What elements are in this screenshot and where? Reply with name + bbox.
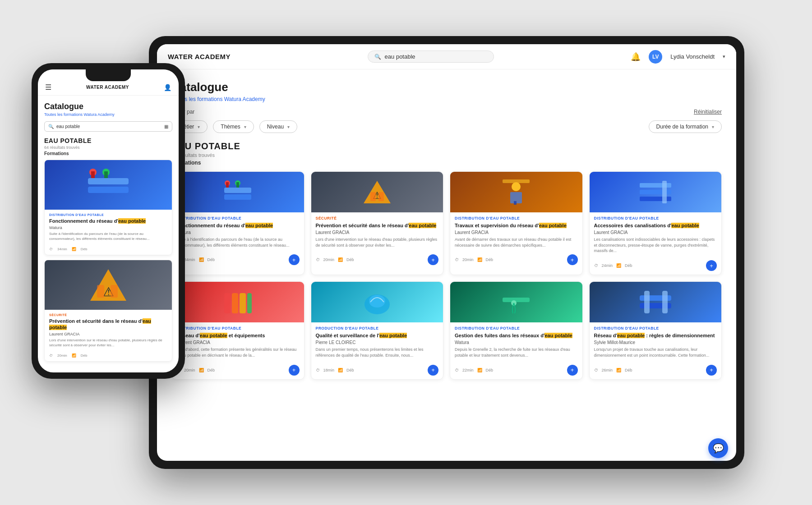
chat-bubble-button[interactable]: 💬 bbox=[708, 438, 728, 458]
table-row[interactable]: DISTRIBUTION D'EAU POTABLE Réseau d'eau … bbox=[589, 281, 722, 379]
card-meta: ⏱24min 📶Déb bbox=[594, 263, 632, 268]
add-to-list-button[interactable]: + bbox=[289, 365, 300, 376]
chevron-down-icon: ▾ bbox=[723, 54, 725, 60]
card-title: Fonctionnement du réseau d'eau potable bbox=[176, 222, 300, 229]
card-footer: ⏱34min 📶Déb + bbox=[172, 254, 304, 269]
tablet-logo: WATER ACADEMY bbox=[168, 53, 231, 60]
phone-card-category: DISTRIBUTION D'EAU POTABLE bbox=[49, 213, 167, 216]
table-row[interactable]: DISTRIBUTION D'EAU POTABLE Fonctionnemen… bbox=[171, 171, 304, 275]
user-avatar: LV bbox=[649, 50, 662, 64]
card-title: Prévention et sécurité dans le réseau d'… bbox=[316, 222, 439, 229]
level-icon: 📶 bbox=[72, 354, 76, 358]
card-image-2: ⚠ bbox=[311, 172, 443, 212]
table-row[interactable]: ⚠ SÉCURITÉ Prévention et sécurité dans l… bbox=[311, 171, 444, 275]
svg-rect-21 bbox=[247, 293, 252, 313]
card-meta: ⏱22min 📶Déb bbox=[455, 368, 493, 372]
phone-card-image-2: ⚠ bbox=[45, 260, 172, 310]
reinitialiser-button[interactable]: Réinitialiser bbox=[694, 109, 722, 115]
svg-rect-28 bbox=[644, 291, 650, 313]
list-item[interactable]: DISTRIBUTION D'EAU POTABLE Fonctionnemen… bbox=[44, 160, 172, 255]
phone-search-bar[interactable]: 🔍 ▦ bbox=[44, 121, 172, 132]
bell-icon[interactable]: 🔔 bbox=[631, 52, 641, 62]
cards-grid-row1: DISTRIBUTION D'EAU POTABLE Fonctionnemen… bbox=[171, 171, 722, 275]
table-row[interactable]: DISTRIBUTION D'EAU POTABLE Réseau d'eau … bbox=[171, 281, 304, 379]
svg-rect-29 bbox=[662, 291, 668, 313]
phone-card-footer: ⏱34min 📶Déb bbox=[45, 245, 172, 255]
card-image-4 bbox=[590, 172, 722, 212]
tablet-device: WATER ACADEMY 🔍 🔔 LV Lydia Vonscheldt ▾ … bbox=[149, 36, 744, 469]
card-author: Watura bbox=[176, 230, 300, 235]
phone-filter-icon[interactable]: ▦ bbox=[164, 124, 168, 129]
card-category: DISTRIBUTION D'EAU POTABLE bbox=[176, 326, 300, 331]
table-row[interactable]: DISTRIBUTION D'EAU POTABLE Travaux et su… bbox=[450, 171, 583, 275]
phone-logo: WATER ACADEMY bbox=[86, 85, 129, 90]
filter-niveau[interactable]: Niveau ▾ bbox=[259, 120, 297, 133]
tablet-search-input[interactable] bbox=[385, 53, 487, 60]
add-to-list-button[interactable]: + bbox=[428, 365, 438, 376]
clock-icon: ⏱ bbox=[455, 257, 459, 262]
add-to-list-button[interactable]: + bbox=[428, 254, 438, 265]
card-author: Sylvie Millot-Maurice bbox=[594, 340, 717, 345]
svg-rect-3 bbox=[226, 182, 229, 188]
table-row[interactable]: DISTRIBUTION D'EAU POTABLE Accessoires d… bbox=[589, 171, 722, 275]
tablet-content: Catalogue Toutes les formations Watura A… bbox=[157, 69, 736, 461]
add-to-list-button[interactable]: + bbox=[706, 365, 717, 376]
results-count: 64 résultats trouvés bbox=[171, 152, 722, 158]
card-desc: Lorsqu'un projet de travaux touche aux c… bbox=[594, 347, 717, 358]
card-title: Accessoires des canalisations d'eau pota… bbox=[594, 222, 717, 229]
card-author: Pierre LE CLOIREC bbox=[316, 340, 439, 345]
filter-row: Filtrer par Réinitialiser bbox=[171, 109, 722, 115]
add-to-list-button[interactable]: + bbox=[567, 254, 578, 265]
svg-rect-18 bbox=[224, 293, 231, 313]
add-to-list-button[interactable]: + bbox=[706, 260, 717, 271]
level-icon: 📶 bbox=[477, 368, 482, 372]
formations-label: Formations bbox=[171, 160, 722, 166]
card-category: DISTRIBUTION D'EAU POTABLE bbox=[594, 326, 717, 331]
level-icon: 📶 bbox=[72, 247, 76, 251]
svg-rect-1 bbox=[224, 194, 251, 200]
card-desc: Les canalisations sont indissociables de… bbox=[594, 237, 717, 254]
tablet-header: WATER ACADEMY 🔍 🔔 LV Lydia Vonscheldt ▾ bbox=[157, 44, 736, 69]
card-title: Gestion des fuites dans les réseaux d'ea… bbox=[455, 332, 578, 339]
phone-card-body: SÉCURITÉ Prévention et sécurité dans le … bbox=[45, 310, 172, 352]
phone-catalogue-subtitle: Toutes les formations Watura Academy bbox=[44, 112, 172, 117]
card-meta: ⏱26min 📶Déb bbox=[594, 368, 632, 372]
level-icon: 📶 bbox=[477, 257, 482, 262]
hamburger-icon[interactable]: ☰ bbox=[45, 83, 51, 92]
add-to-list-button[interactable]: + bbox=[289, 254, 300, 265]
chevron-down-icon: ▾ bbox=[244, 124, 246, 129]
phone-content: Catalogue Toutes les formations Watura A… bbox=[38, 96, 179, 372]
svg-rect-11 bbox=[503, 179, 530, 183]
add-to-list-button[interactable]: + bbox=[567, 365, 578, 376]
level-icon: 📶 bbox=[338, 368, 343, 372]
card-image-7 bbox=[450, 282, 582, 322]
table-row[interactable]: DISTRIBUTION D'EAU POTABLE Gestion des f… bbox=[450, 281, 583, 379]
phone-user-icon[interactable]: 👤 bbox=[164, 84, 171, 91]
svg-rect-31 bbox=[88, 187, 129, 193]
card-meta: ⏱18min 📶Déb bbox=[316, 368, 354, 372]
cards-grid-row2: DISTRIBUTION D'EAU POTABLE Réseau d'eau … bbox=[171, 281, 722, 379]
tablet-search-icon: 🔍 bbox=[374, 54, 381, 60]
tablet-search-bar[interactable]: 🔍 bbox=[368, 50, 494, 63]
phone-search-input[interactable] bbox=[56, 124, 161, 129]
card-footer: ⏱22min 📶Déb + bbox=[450, 365, 582, 379]
table-row[interactable]: PRODUCTION D'EAU POTABLE Qualité et surv… bbox=[311, 281, 444, 379]
phone-formations-label: Formations bbox=[44, 151, 172, 156]
filter-duree[interactable]: Durée de la formation ▾ bbox=[649, 120, 722, 133]
list-item[interactable]: ⚠ SÉCURITÉ Prévention et sécurité dans l… bbox=[44, 260, 172, 362]
section-heading: EAU POTABLE bbox=[171, 141, 722, 152]
card-meta: ⏱20min 📶Déb bbox=[455, 257, 493, 262]
card-category: DISTRIBUTION D'EAU POTABLE bbox=[176, 216, 300, 220]
level-icon: 📶 bbox=[616, 263, 621, 268]
card-title: Travaux et supervision du réseau d'eau p… bbox=[455, 222, 578, 229]
card-title: Qualité et surveillance de l'eau potable bbox=[316, 332, 439, 339]
clock-icon: ⏱ bbox=[49, 247, 53, 251]
filter-themes[interactable]: Thèmes ▾ bbox=[213, 120, 254, 133]
tablet-header-right: 🔔 LV Lydia Vonscheldt ▾ bbox=[631, 50, 725, 64]
scene: WATER ACADEMY 🔍 🔔 LV Lydia Vonscheldt ▾ … bbox=[23, 27, 789, 478]
card-category: SÉCURITÉ bbox=[316, 216, 439, 220]
svg-rect-39 bbox=[111, 285, 118, 298]
catalogue-subtitle: Toutes les formations Watura Academy bbox=[171, 96, 722, 102]
user-name: Lydia Vonscheldt bbox=[670, 53, 715, 60]
card-footer: ⏱20min 📶Déb + bbox=[450, 254, 582, 269]
